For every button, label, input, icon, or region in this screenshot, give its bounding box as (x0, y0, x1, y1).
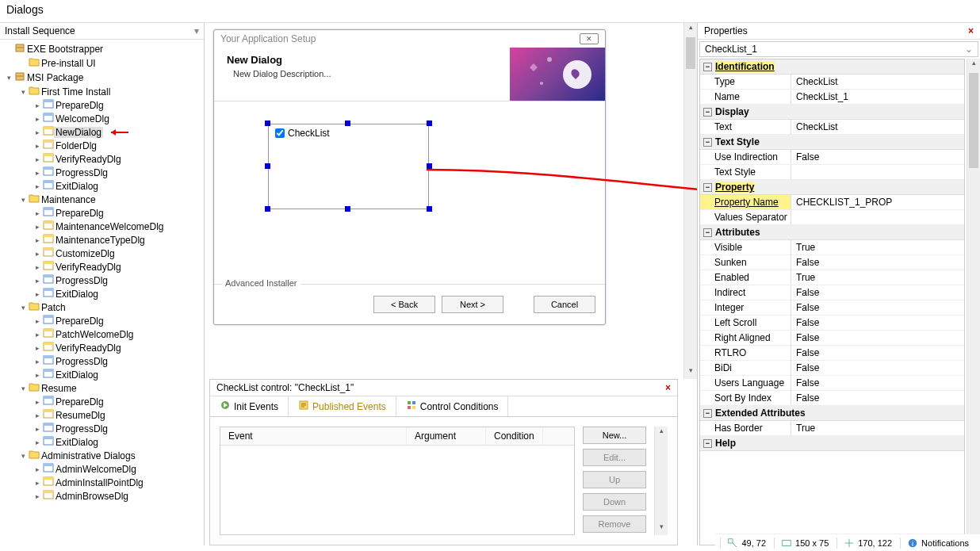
expand-icon[interactable]: ▾ (17, 302, 29, 313)
expand-icon[interactable]: ▸ (32, 154, 43, 165)
prop-row-right-aligned[interactable]: Right AlignedFalse (700, 331, 964, 346)
prop-row-has-border[interactable]: Has BorderTrue (700, 421, 964, 436)
resize-handle[interactable] (265, 121, 270, 126)
tree-item-administrative-dialogs[interactable]: ▾Administrative Dialogs (0, 449, 204, 462)
resize-handle[interactable] (345, 206, 350, 212)
close-icon[interactable]: × (665, 382, 671, 393)
prop-row-left-scroll[interactable]: Left ScrollFalse (700, 316, 964, 331)
prop-row-rtlro[interactable]: RTLROFalse (700, 346, 964, 361)
checklist-checkbox[interactable] (275, 128, 285, 138)
prop-value[interactable]: False (791, 150, 964, 164)
tree-item-verifyreadydlg[interactable]: ▸VerifyReadyDlg (0, 260, 204, 274)
back-button[interactable]: < Back (373, 296, 435, 313)
tree-item-exitdialog[interactable]: ▸ExitDialog (0, 287, 204, 300)
prop-value[interactable]: False (791, 255, 964, 270)
tree-item-preparedlg[interactable]: ▸PrepareDlg (0, 314, 204, 327)
prop-value[interactable]: False (791, 300, 964, 315)
prop-row-integer[interactable]: IntegerFalse (700, 300, 964, 316)
collapse-icon[interactable]: − (703, 228, 712, 237)
dialog-tree[interactable]: EXE BootstrapperPre-install UI▾MSI Packa… (0, 40, 204, 545)
expand-icon[interactable]: ▸ (32, 423, 43, 434)
next-button[interactable]: Next > (442, 296, 503, 313)
tree-item-msi-package[interactable]: ▾MSI Package (0, 70, 204, 85)
expand-icon[interactable]: ▸ (32, 491, 43, 502)
prop-value[interactable]: True (791, 240, 964, 254)
prop-row-use-indirection[interactable]: Use IndirectionFalse (700, 150, 964, 165)
prop-group-extended-attributes[interactable]: −Extended Attributes (700, 406, 964, 421)
expand-icon[interactable]: ▸ (32, 464, 43, 475)
prop-row-sort-by-index[interactable]: Sort By IndexFalse (700, 391, 964, 406)
prop-group-help[interactable]: −Help (700, 436, 964, 451)
tree-item-maintenancetypedlg[interactable]: ▸MaintenanceTypeDlg (0, 233, 204, 247)
status-notifications[interactable]: i Notifications (900, 538, 975, 549)
expand-icon[interactable]: ▸ (32, 289, 43, 300)
scrollbar[interactable]: ▴ ▾ (683, 23, 697, 379)
expand-icon[interactable]: ▸ (32, 369, 43, 381)
tree-item-newdialog[interactable]: ▸NewDialog (0, 125, 204, 139)
property-grid[interactable]: −IdentificationTypeCheckListNameCheckLis… (699, 59, 965, 545)
collapse-icon[interactable]: − (703, 439, 712, 448)
tree-item-verifyreadydlg[interactable]: ▸VerifyReadyDlg (0, 152, 204, 166)
expand-icon[interactable]: ▸ (32, 396, 43, 408)
tree-item-exe-bootstrapper[interactable]: EXE Bootstrapper (0, 41, 204, 56)
prop-row-name[interactable]: NameCheckList_1 (700, 90, 964, 105)
prop-value[interactable]: False (791, 331, 964, 345)
events-table[interactable]: EventArgumentCondition (220, 427, 575, 535)
prop-row-text[interactable]: TextCheckList (700, 120, 964, 135)
scrollbar[interactable]: ▴ ▾ (967, 59, 980, 545)
expand-icon[interactable]: ▸ (32, 410, 43, 421)
resize-handle[interactable] (265, 206, 270, 212)
expand-icon[interactable]: ▸ (32, 140, 43, 151)
expand-icon[interactable]: ▸ (32, 113, 43, 124)
prop-row-enabled[interactable]: EnabledTrue (700, 270, 964, 285)
expand-icon[interactable]: ▸ (32, 127, 43, 138)
resize-handle[interactable] (427, 163, 432, 169)
expand-icon[interactable]: ▾ (17, 194, 29, 205)
prop-value[interactable]: False (791, 361, 964, 375)
prop-row-visible[interactable]: VisibleTrue (700, 240, 964, 255)
collapse-icon[interactable]: − (703, 183, 712, 192)
tree-item-progressdlg[interactable]: ▸ProgressDlg (0, 422, 204, 435)
close-icon[interactable]: ✕ (580, 33, 599, 44)
expand-icon[interactable]: ▾ (3, 72, 14, 83)
expand-icon[interactable]: ▾ (17, 86, 29, 98)
expand-icon[interactable]: ▸ (32, 235, 43, 246)
tree-item-welcomedlg[interactable]: ▸WelcomeDlg (0, 112, 204, 125)
prop-group-text-style[interactable]: −Text Style (700, 135, 964, 150)
tab-control-conditions[interactable]: Control Conditions (396, 396, 509, 416)
tree-item-verifyreadydlg[interactable]: ▸VerifyReadyDlg (0, 341, 204, 354)
tree-item-folderdlg[interactable]: ▸FolderDlg (0, 139, 204, 152)
prop-row-sunken[interactable]: SunkenFalse (700, 255, 964, 270)
prop-value[interactable]: True (791, 270, 964, 285)
prop-value[interactable]: False (791, 346, 964, 360)
tree-item-patch[interactable]: ▾Patch (0, 300, 204, 314)
prop-value[interactable] (791, 165, 964, 179)
expand-icon[interactable]: ▸ (32, 208, 43, 219)
new-button[interactable]: New... (583, 427, 646, 444)
expand-icon[interactable]: ▸ (32, 477, 43, 488)
expand-icon[interactable]: ▸ (32, 100, 43, 111)
prop-row-property-name[interactable]: Property NameCHECKLIST_1_PROP (700, 195, 964, 210)
chevron-down-icon[interactable]: ▾ (194, 25, 199, 36)
prop-row-values-separator[interactable]: Values Separator (700, 210, 964, 225)
prop-row-text-style[interactable]: Text Style (700, 165, 964, 180)
tree-item-exitdialog[interactable]: ▸ExitDialog (0, 368, 204, 381)
tree-item-maintenance[interactable]: ▾Maintenance (0, 193, 204, 206)
prop-value[interactable]: CHECKLIST_1_PROP (791, 195, 964, 209)
expand-icon[interactable]: ▸ (32, 342, 43, 354)
tree-item-admininstallpointdlg[interactable]: ▸AdminInstallPointDlg (0, 476, 204, 489)
prop-value[interactable]: False (791, 376, 964, 390)
close-icon[interactable]: × (968, 25, 974, 36)
expand-icon[interactable]: ▸ (32, 275, 43, 286)
prop-value[interactable]: CheckList_1 (791, 90, 964, 104)
tree-item-pre-install-ui[interactable]: Pre-install UI (0, 56, 204, 70)
prop-value[interactable]: True (791, 421, 964, 435)
expand-icon[interactable]: ▸ (32, 262, 43, 273)
column-header-argument[interactable]: Argument (407, 427, 486, 445)
tree-item-progressdlg[interactable]: ▸ProgressDlg (0, 166, 204, 179)
tree-item-exitdialog[interactable]: ▸ExitDialog (0, 179, 204, 193)
tree-item-adminbrowsedlg[interactable]: ▸AdminBrowseDlg (0, 489, 204, 503)
prop-value[interactable]: CheckList (791, 75, 964, 89)
cancel-button[interactable]: Cancel (534, 296, 595, 313)
tree-item-progressdlg[interactable]: ▸ProgressDlg (0, 354, 204, 368)
